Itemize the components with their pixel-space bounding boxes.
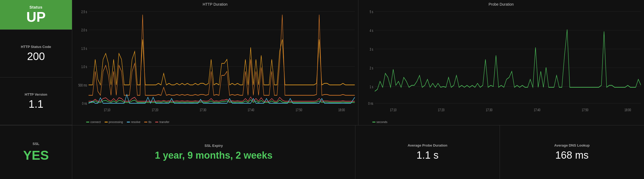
http-version-label: HTTP Version [25, 92, 47, 96]
svg-text:17:50: 17:50 [582, 108, 588, 112]
svg-text:1.5 s: 1.5 s [81, 46, 87, 51]
legend-resolve-label: resolve [131, 120, 140, 124]
legend-tls-label: tls [148, 120, 151, 124]
svg-text:2.5 s: 2.5 s [81, 10, 87, 14]
svg-text:1.0 s: 1.0 s [81, 65, 87, 69]
probe-duration-title: Probe Duration [362, 2, 641, 6]
avg-dns-panel: Average DNS Lookup 168 ms [500, 125, 644, 179]
status-label: Status [29, 5, 43, 9]
svg-text:17:50: 17:50 [296, 108, 302, 112]
svg-text:18:00: 18:00 [338, 108, 345, 112]
ssl-label: SSL [33, 142, 39, 146]
legend-resolve: resolve [127, 120, 140, 124]
probe-duration-legend: seconds [362, 119, 641, 124]
http-version-value: 1.1 [29, 98, 44, 110]
avg-probe-value: 1.1 s [416, 150, 438, 161]
svg-text:5 s: 5 s [370, 10, 373, 14]
svg-text:3 s: 3 s [370, 47, 373, 52]
transfer-color [155, 122, 158, 122]
ssl-panel: SSL YES [0, 125, 72, 179]
http-duration-svg: 2.5 s 2.0 s 1.5 s 1.0 s 500 ms 0 ns 17:1… [75, 8, 355, 119]
legend-tls: tls [144, 120, 151, 124]
legend-seconds: seconds [372, 120, 388, 124]
svg-text:1 s: 1 s [370, 85, 373, 89]
http-status-code-box: HTTP Status Code 200 [0, 30, 72, 77]
svg-text:500 ms: 500 ms [78, 83, 87, 88]
status-box: Status UP [0, 0, 72, 30]
resolve-color [127, 122, 130, 122]
avg-dns-label: Average DNS Lookup [554, 143, 589, 147]
svg-text:18:00: 18:00 [624, 108, 631, 112]
http-version-box: HTTP Version 1.1 [0, 77, 72, 125]
svg-text:17:10: 17:10 [390, 108, 396, 112]
legend-connect: connect [86, 120, 101, 124]
avg-dns-value: 168 ms [555, 150, 589, 161]
legend-transfer-label: transfer [159, 120, 169, 124]
http-status-code-value: 200 [27, 50, 45, 62]
tls-color [144, 122, 147, 122]
legend-transfer: transfer [155, 120, 169, 124]
probe-duration-svg: 5 s 4 s 3 s 2 s 1 s 0 ns 17:10 17:20 17:… [362, 8, 641, 119]
svg-text:0 ns: 0 ns [82, 101, 87, 106]
svg-text:0 ns: 0 ns [368, 101, 373, 106]
legend-seconds-label: seconds [377, 120, 388, 124]
http-duration-panel: HTTP Duration 2.5 s 2.0 s 1.5 s 1.0 s 50… [72, 0, 358, 125]
svg-text:17:40: 17:40 [248, 108, 254, 112]
avg-probe-label: Average Probe Duration [408, 143, 447, 147]
connect-color [86, 122, 89, 122]
ssl-expiry-panel: SSL Expiry 1 year, 9 months, 2 weeks [72, 125, 355, 179]
legend-processing: processing [105, 120, 123, 124]
http-duration-legend: connect processing resolve tls transfer [75, 119, 355, 124]
svg-text:2 s: 2 s [370, 66, 373, 70]
svg-text:4 s: 4 s [370, 28, 373, 33]
probe-duration-panel: Probe Duration 5 s 4 s 3 s 2 s 1 s 0 ns … [358, 0, 644, 125]
status-value: UP [26, 9, 45, 25]
svg-text:17:20: 17:20 [152, 108, 158, 112]
legend-processing-label: processing [109, 120, 123, 124]
ssl-expiry-value: 1 year, 9 months, 2 weeks [155, 150, 273, 161]
http-duration-title: HTTP Duration [75, 2, 355, 6]
ssl-value: YES [23, 148, 49, 163]
seconds-color [372, 122, 375, 122]
ssl-expiry-label: SSL Expiry [205, 144, 223, 148]
left-panel: Status UP HTTP Status Code 200 HTTP Vers… [0, 0, 72, 125]
legend-connect-label: connect [90, 120, 101, 124]
svg-text:17:30: 17:30 [486, 108, 492, 112]
processing-color [105, 122, 108, 122]
probe-duration-chart: 5 s 4 s 3 s 2 s 1 s 0 ns 17:10 17:20 17:… [362, 8, 641, 119]
http-duration-chart: 2.5 s 2.0 s 1.5 s 1.0 s 500 ms 0 ns 17:1… [75, 8, 355, 119]
avg-probe-panel: Average Probe Duration 1.1 s [355, 125, 500, 179]
svg-text:2.0 s: 2.0 s [81, 28, 87, 32]
svg-text:17:20: 17:20 [438, 108, 444, 112]
svg-text:17:30: 17:30 [200, 108, 206, 112]
svg-text:17:40: 17:40 [534, 108, 540, 112]
http-status-code-label: HTTP Status Code [21, 45, 51, 49]
svg-text:17:10: 17:10 [104, 108, 110, 112]
